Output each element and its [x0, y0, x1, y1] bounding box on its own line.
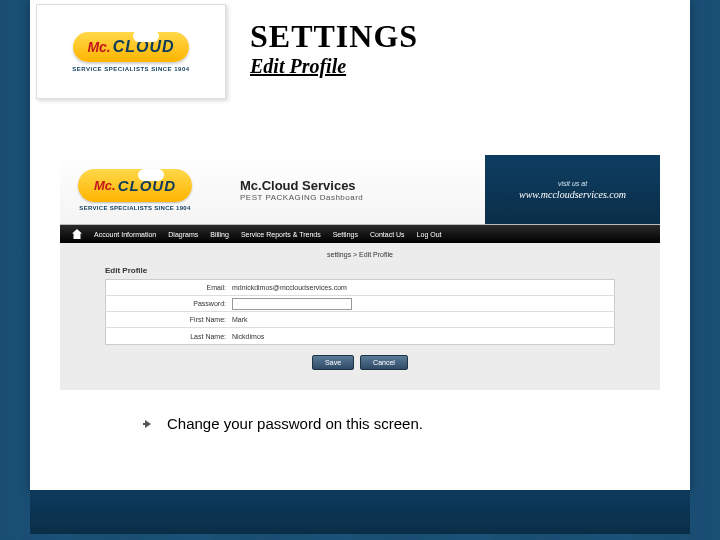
firstname-row: First Name: Mark [106, 312, 614, 328]
page-title: SETTINGS [250, 18, 418, 55]
visit-label: visit us at [558, 180, 587, 187]
cloud-icon [133, 30, 159, 42]
cloud-icon [138, 169, 164, 181]
email-label: Email: [112, 284, 232, 291]
app-logo-tagline: SERVICE SPECIALISTS SINCE 1904 [79, 205, 190, 211]
panel-title: Edit Profile [105, 266, 615, 275]
save-button[interactable]: Save [312, 355, 354, 370]
form-buttons: Save Cancel [105, 355, 615, 370]
email-value: mdnickdimos@mccloudservices.com [232, 284, 347, 291]
cancel-button[interactable]: Cancel [360, 355, 408, 370]
logo-card: Mc. CLOUD SERVICE SPECIALISTS SINCE 1904 [36, 4, 226, 99]
app-nav: Account Information Diagrams Billing Ser… [60, 225, 660, 243]
slide-footer [30, 490, 690, 534]
firstname-label: First Name: [112, 316, 232, 323]
page-subtitle: Edit Profile [250, 55, 418, 78]
logo-prefix: Mc. [87, 39, 110, 55]
edit-profile-form: Email: mdnickdimos@mccloudservices.com P… [105, 279, 615, 345]
home-icon[interactable] [72, 229, 82, 239]
nav-billing[interactable]: Billing [210, 231, 229, 238]
app-title: Mc.Cloud Services [240, 178, 363, 193]
breadcrumb: settings > Edit Profile [105, 251, 615, 258]
nav-account[interactable]: Account Information [94, 231, 156, 238]
email-row: Email: mdnickdimos@mccloudservices.com [106, 280, 614, 296]
logo-tagline: SERVICE SPECIALISTS SINCE 1904 [72, 66, 189, 72]
app-header: Mc. CLOUD SERVICE SPECIALISTS SINCE 1904… [60, 155, 660, 225]
app-title-block: Mc.Cloud Services PEST PACKAGING Dashboa… [240, 178, 363, 202]
app-subtitle: PEST PACKAGING Dashboard [240, 193, 363, 202]
app-screenshot: Mc. CLOUD SERVICE SPECIALISTS SINCE 1904… [60, 155, 660, 390]
bullet-point: Change your password on this screen. [145, 415, 423, 432]
site-url: www.mccloudservices.com [519, 189, 626, 200]
slide-heading: SETTINGS Edit Profile [250, 18, 418, 78]
firstname-value: Mark [232, 316, 248, 323]
password-label: Password: [112, 300, 232, 307]
app-logo-prefix: Mc. [94, 178, 116, 193]
bullet-text: Change your password on this screen. [167, 415, 423, 432]
nav-logout[interactable]: Log Out [417, 231, 442, 238]
slide-panel: Mc. CLOUD SERVICE SPECIALISTS SINCE 1904… [30, 0, 690, 490]
nav-settings[interactable]: Settings [333, 231, 358, 238]
password-row: Password: [106, 296, 614, 312]
app-body: settings > Edit Profile Edit Profile Ema… [60, 243, 660, 380]
app-logo: Mc. CLOUD SERVICE SPECIALISTS SINCE 1904 [78, 169, 192, 211]
nav-contact[interactable]: Contact Us [370, 231, 405, 238]
lastname-value: Nickdimos [232, 333, 264, 340]
lastname-label: Last Name: [112, 333, 232, 340]
lastname-row: Last Name: Nickdimos [106, 328, 614, 344]
logo-pill: Mc. CLOUD [73, 32, 188, 62]
app-header-right: visit us at www.mccloudservices.com [485, 155, 660, 224]
arrow-icon [145, 420, 151, 428]
password-input[interactable] [232, 298, 352, 310]
nav-reports[interactable]: Service Reports & Trends [241, 231, 321, 238]
nav-diagrams[interactable]: Diagrams [168, 231, 198, 238]
